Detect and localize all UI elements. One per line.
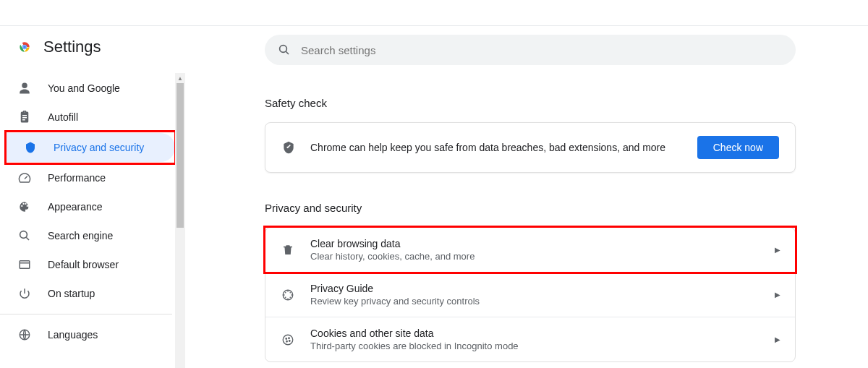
svg-point-14: [286, 341, 288, 342]
sidebar-item-default-browser[interactable]: Default browser: [0, 250, 172, 279]
person-icon: [17, 82, 32, 95]
speedometer-icon: [17, 171, 32, 184]
sidebar-scrollbar[interactable]: ▲: [175, 73, 185, 368]
safety-check-text: Chrome can help keep you safe from data …: [310, 142, 683, 153]
scroll-arrow-up-icon[interactable]: ▲: [175, 73, 185, 83]
search-input[interactable]: [301, 44, 783, 56]
page-title: Settings: [43, 38, 101, 56]
sidebar-item-label: Appearance: [48, 201, 103, 213]
clipboard-icon: [17, 111, 32, 124]
chevron-right-icon: ▶: [775, 291, 780, 299]
svg-point-8: [280, 46, 287, 53]
sidebar-divider: [0, 314, 172, 314]
svg-point-13: [289, 338, 290, 339]
sidebar-item-autofill[interactable]: Autofill: [0, 103, 172, 132]
annotation-highlight-sidebar: Privacy and security: [6, 132, 175, 163]
svg-point-11: [283, 335, 293, 345]
svg-point-2: [23, 46, 26, 48]
check-now-button[interactable]: Check now: [697, 136, 779, 159]
sidebar-item-label: Default browser: [48, 259, 119, 270]
sidebar-item-label: Search engine: [48, 230, 113, 241]
power-icon: [17, 287, 32, 300]
sidebar-item-label: Performance: [48, 172, 106, 184]
search-icon: [17, 229, 32, 242]
chevron-right-icon: ▶: [775, 246, 780, 254]
sidebar-item-search-engine[interactable]: Search engine: [0, 221, 172, 250]
cookie-icon: [280, 333, 296, 346]
globe-icon: [17, 328, 32, 341]
sidebar-item-appearance[interactable]: Appearance: [0, 192, 172, 221]
sidebar-item-you-and-google[interactable]: You and Google: [0, 74, 172, 103]
sidebar-item-on-startup[interactable]: On startup: [0, 279, 172, 308]
svg-line-4: [26, 237, 29, 240]
sidebar-item-languages[interactable]: Languages: [0, 320, 172, 349]
sidebar-item-label: You and Google: [48, 82, 120, 94]
row-subtitle: Review key privacy and security controls: [310, 296, 760, 307]
row-subtitle: Third-party cookies are blocked in Incog…: [310, 341, 760, 351]
svg-point-12: [286, 338, 287, 339]
chevron-right-icon: ▶: [775, 335, 780, 343]
row-title: Cookies and other site data: [310, 328, 760, 339]
row-clear-browsing-data[interactable]: Clear browsing data Clear history, cooki…: [265, 228, 795, 272]
row-privacy-guide[interactable]: Privacy Guide Review key privacy and sec…: [265, 272, 795, 317]
sidebar-item-privacy-and-security[interactable]: Privacy and security: [6, 133, 175, 162]
section-title-safety-check: Safety check: [265, 97, 796, 109]
window-top-gap: [0, 0, 868, 26]
row-subtitle: Clear history, cookies, cache, and more: [310, 251, 760, 262]
sidebar-item-label: Languages: [48, 329, 98, 341]
sidebar-item-label: Privacy and security: [54, 142, 144, 153]
svg-rect-5: [20, 261, 30, 269]
sidebar-scrollbar-thumb[interactable]: [176, 83, 184, 228]
browser-window-icon: [17, 258, 32, 271]
section-title-privacy-security: Privacy and security: [265, 202, 796, 214]
sidebar-item-label: Autofill: [48, 111, 78, 123]
svg-point-3: [20, 231, 27, 239]
safety-check-card: Chrome can help keep you safe from data …: [265, 122, 796, 173]
privacy-security-list: Clear browsing data Clear history, cooki…: [265, 227, 796, 362]
trash-icon: [280, 244, 296, 257]
svg-point-15: [289, 340, 291, 341]
brand-row: Settings: [0, 38, 185, 71]
sidebar-item-label: On startup: [48, 288, 95, 299]
palette-icon: [17, 200, 32, 213]
main-content: Safety check Chrome can help keep you sa…: [185, 26, 868, 368]
sidebar-nav: You and Google Autofill Privacy and secu…: [0, 71, 185, 349]
sidebar: Settings You and Google Autofill: [0, 26, 185, 368]
compass-icon: [280, 288, 296, 301]
shield-icon: [23, 141, 38, 154]
row-title: Privacy Guide: [310, 283, 760, 294]
row-title: Clear browsing data: [310, 238, 760, 249]
svg-line-9: [286, 51, 289, 54]
shield-check-icon: [281, 140, 296, 155]
search-bar[interactable]: [265, 35, 796, 65]
sidebar-item-performance[interactable]: Performance: [0, 163, 172, 192]
chrome-logo-icon: [17, 40, 32, 54]
row-cookies[interactable]: Cookies and other site data Third-party …: [265, 317, 795, 361]
search-icon: [278, 43, 291, 56]
